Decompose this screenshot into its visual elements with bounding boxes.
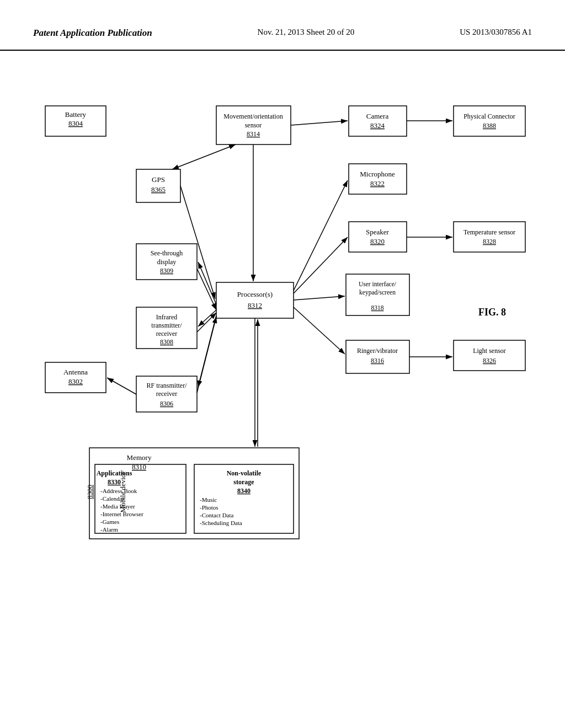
svg-text:-Photos: -Photos xyxy=(200,504,218,511)
svg-text:8314: 8314 xyxy=(247,130,260,138)
header-left-label: Patent Application Publication xyxy=(33,28,152,39)
svg-text:RF transmitter/: RF transmitter/ xyxy=(147,382,188,389)
svg-text:8326: 8326 xyxy=(483,357,496,365)
svg-text:GPS: GPS xyxy=(152,175,165,184)
svg-text:8316: 8316 xyxy=(371,357,384,365)
svg-text:receiver: receiver xyxy=(156,330,178,338)
svg-line-86 xyxy=(294,237,348,293)
svg-text:receiver: receiver xyxy=(156,390,178,398)
svg-text:FIG. 8: FIG. 8 xyxy=(478,307,506,318)
svg-line-88 xyxy=(294,296,345,300)
svg-text:Speaker: Speaker xyxy=(366,228,390,236)
svg-text:Ringer/vibrator: Ringer/vibrator xyxy=(357,347,398,355)
svg-text:transmitter/: transmitter/ xyxy=(151,322,182,329)
svg-text:User interface/: User interface/ xyxy=(359,281,397,287)
svg-text:-Media Player: -Media Player xyxy=(100,503,135,510)
svg-text:8302: 8302 xyxy=(68,377,83,386)
svg-text:Physical Connector: Physical Connector xyxy=(463,113,515,120)
svg-line-81 xyxy=(198,310,216,326)
svg-text:8340: 8340 xyxy=(237,487,250,495)
svg-rect-36 xyxy=(216,282,294,318)
svg-line-84 xyxy=(197,317,216,393)
svg-text:8324: 8324 xyxy=(370,121,385,130)
svg-line-89 xyxy=(294,307,345,354)
diagram-area: Battery 8304 GPS 8365 Movement/orientati… xyxy=(0,51,565,652)
svg-rect-33 xyxy=(454,222,525,252)
svg-text:sensor: sensor xyxy=(245,121,262,129)
svg-text:Camera: Camera xyxy=(366,112,389,120)
svg-text:8306: 8306 xyxy=(160,400,173,408)
svg-rect-15 xyxy=(454,106,525,136)
svg-text:Microphone: Microphone xyxy=(360,170,395,178)
svg-text:8308: 8308 xyxy=(160,338,173,346)
svg-text:-Contact Data: -Contact Data xyxy=(200,512,234,518)
svg-text:8300: 8300 xyxy=(86,485,94,499)
svg-text:Mobile device: Mobile device xyxy=(119,471,127,512)
svg-text:Non-volatile: Non-volatile xyxy=(227,469,262,477)
svg-text:keypad/screen: keypad/screen xyxy=(359,289,396,296)
patent-diagram: Battery 8304 GPS 8365 Movement/orientati… xyxy=(29,62,536,641)
svg-rect-53 xyxy=(454,340,525,371)
svg-line-85 xyxy=(107,378,136,394)
svg-text:8304: 8304 xyxy=(68,119,83,127)
svg-text:8328: 8328 xyxy=(483,238,496,245)
svg-text:8365: 8365 xyxy=(151,185,166,194)
svg-text:-Games: -Games xyxy=(100,518,119,525)
svg-line-87 xyxy=(294,180,348,291)
svg-text:8309: 8309 xyxy=(160,267,173,275)
svg-text:Movement/orientation: Movement/orientation xyxy=(223,113,282,120)
svg-text:-Alarm: -Alarm xyxy=(100,526,118,533)
svg-text:Antenna: Antenna xyxy=(63,368,88,376)
svg-text:-Scheduling Data: -Scheduling Data xyxy=(200,520,242,526)
svg-text:See-through: See-through xyxy=(151,249,183,257)
svg-line-79 xyxy=(198,262,216,304)
svg-text:8322: 8322 xyxy=(370,179,385,188)
svg-text:Temperature sensor: Temperature sensor xyxy=(463,228,515,236)
header-right-label: US 2013/0307856 A1 xyxy=(460,28,532,37)
svg-line-77 xyxy=(291,121,348,125)
svg-line-80 xyxy=(197,269,216,310)
svg-line-78 xyxy=(180,186,215,299)
svg-text:8388: 8388 xyxy=(483,122,496,130)
svg-text:8320: 8320 xyxy=(370,237,385,245)
svg-text:Light sensor: Light sensor xyxy=(473,347,506,355)
page: Patent Application Publication Nov. 21, … xyxy=(0,0,565,728)
svg-text:8312: 8312 xyxy=(248,301,262,309)
header-center-label: Nov. 21, 2013 Sheet 20 of 20 xyxy=(258,28,355,37)
svg-text:Infrared: Infrared xyxy=(156,313,178,321)
svg-text:Battery: Battery xyxy=(65,110,87,119)
svg-line-95 xyxy=(172,144,236,169)
svg-text:display: display xyxy=(157,258,177,266)
svg-text:8318: 8318 xyxy=(371,304,384,311)
svg-text:Memory: Memory xyxy=(127,453,152,462)
header: Patent Application Publication Nov. 21, … xyxy=(0,0,565,51)
svg-text:storage: storage xyxy=(233,478,254,486)
svg-text:Processor(s): Processor(s) xyxy=(237,290,273,298)
svg-text:-Music: -Music xyxy=(200,496,217,503)
